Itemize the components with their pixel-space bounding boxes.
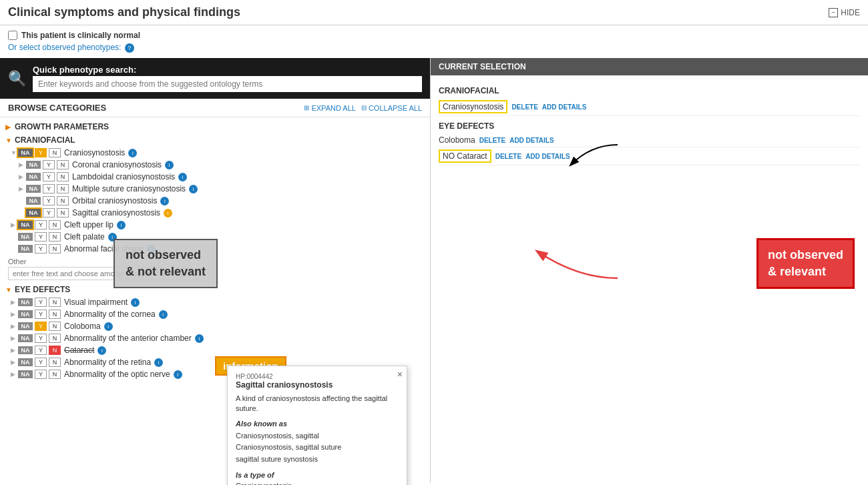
normal-checkbox[interactable] <box>8 31 17 40</box>
cornea-n-btn[interactable]: N <box>49 310 61 319</box>
optic-info-icon[interactable]: i <box>174 370 182 379</box>
visual-label: Visual impairment <box>64 298 128 307</box>
not-obs-rel-arrow <box>524 238 631 292</box>
sagittal-y-btn[interactable]: Y <box>43 208 55 217</box>
retina-info-icon[interactable]: i <box>154 358 163 367</box>
help-icon[interactable]: ? <box>125 43 134 53</box>
cleftlip-n-btn[interactable]: N <box>49 220 61 229</box>
cataract-na-btn[interactable]: NA <box>18 346 33 354</box>
coloboma-n-btn[interactable]: N <box>49 322 61 331</box>
facial-info-icon[interactable]: i <box>147 245 156 254</box>
retina-na-btn[interactable]: NA <box>18 358 33 366</box>
select-phenotypes-link[interactable]: Or select observed phenotypes: <box>8 43 121 52</box>
anterior-na-btn[interactable]: NA <box>18 334 33 342</box>
cranio-na-btn[interactable]: NA <box>18 149 33 157</box>
item-cleft-palate: NA Y N Cleft palate i <box>0 231 430 243</box>
category-craniofacial[interactable]: ▼ CRANIOFACIAL <box>0 133 430 147</box>
cranio-info-icon[interactable]: i <box>128 149 137 157</box>
sel-cataract-add-details[interactable]: ADD DETAILS <box>525 153 570 160</box>
expand-all-button[interactable]: ⊞ EXPAND ALL <box>304 104 355 112</box>
sel-cataract-name: NO Cataract <box>439 149 491 163</box>
cleftpalate-y-btn[interactable]: Y <box>35 232 47 241</box>
cataract-y-btn[interactable]: Y <box>35 346 47 355</box>
coronal-info-icon[interactable]: i <box>165 161 174 169</box>
cranio-y-btn[interactable]: Y <box>35 148 47 157</box>
retina-y-btn[interactable]: Y <box>35 358 47 367</box>
collapse-all-button[interactable]: ⊟ COLLAPSE ALL <box>361 104 422 112</box>
lambdoidal-info-icon[interactable]: i <box>178 173 187 181</box>
lambdoidal-y-btn[interactable]: Y <box>43 172 55 181</box>
page-header: Clinical symptoms and physical findings … <box>0 0 868 25</box>
sagittal-info-icon[interactable]: i <box>164 209 172 217</box>
sel-cranio-add-details[interactable]: ADD DETAILS <box>542 103 586 111</box>
cleftlip-na-btn[interactable]: NA <box>18 221 33 229</box>
retina-n-btn[interactable]: N <box>49 358 61 367</box>
item-cleft-lip: ▶ NA Y N Cleft upper lip i <box>0 219 430 231</box>
visual-n-btn[interactable]: N <box>49 298 61 307</box>
coronal-expand-icon: ▶ <box>19 161 24 168</box>
category-growth[interactable]: ▶ GROWTH PARAMETERS <box>0 120 430 133</box>
sel-coloboma-add-details[interactable]: ADD DETAILS <box>509 137 554 144</box>
orbital-label: Orbital craniosynostosis <box>72 196 157 205</box>
optic-na-btn[interactable]: NA <box>18 370 33 378</box>
sel-coloboma-delete[interactable]: DELETE <box>479 137 505 144</box>
lambdoidal-n-btn[interactable]: N <box>57 172 69 181</box>
lambdoidal-na-btn[interactable]: NA <box>26 173 41 181</box>
sel-eye-label: EYE DEFECTS <box>439 121 860 131</box>
coronal-n-btn[interactable]: N <box>57 160 69 169</box>
coronal-y-btn[interactable]: Y <box>43 160 55 169</box>
cleftlip-y-btn[interactable]: Y <box>35 220 47 229</box>
cornea-y-btn[interactable]: Y <box>35 310 47 319</box>
optic-y-btn[interactable]: Y <box>35 370 47 379</box>
cataract-label: Cataract <box>64 346 94 355</box>
other-input[interactable] <box>8 267 188 280</box>
cornea-info-icon[interactable]: i <box>159 310 168 319</box>
item-cornea: ▶ NA Y N Abnormality of the cornea i <box>0 308 430 320</box>
cleftpalate-na-btn[interactable]: NA <box>18 233 33 241</box>
cataract-n-btn[interactable]: N <box>49 346 61 355</box>
cornea-na-btn[interactable]: NA <box>18 310 33 318</box>
facial-n-btn[interactable]: N <box>49 244 61 254</box>
anterior-y-btn[interactable]: Y <box>35 334 47 343</box>
coronal-na-btn[interactable]: NA <box>26 161 41 169</box>
lambdoidal-label: Lambdoidal craniosynostosis <box>72 172 175 181</box>
craniofacial-label: CRANIOFACIAL <box>15 135 75 145</box>
orbital-na-btn[interactable]: NA <box>26 197 41 205</box>
search-input[interactable] <box>33 76 422 92</box>
cranio-n-btn[interactable]: N <box>49 148 61 157</box>
cleftpalate-info-icon[interactable]: i <box>108 233 117 241</box>
sagittal-n-btn[interactable]: N <box>57 208 69 217</box>
multiple-n-btn[interactable]: N <box>57 184 69 193</box>
hide-button[interactable]: − HIDE <box>829 8 860 17</box>
anterior-n-btn[interactable]: N <box>49 334 61 343</box>
tooltip-close-button[interactable]: × <box>397 369 403 380</box>
cleftlip-info-icon[interactable]: i <box>117 221 126 229</box>
orbital-n-btn[interactable]: N <box>57 196 69 205</box>
sagittal-na-btn[interactable]: NA <box>26 209 41 217</box>
coloboma-info-icon[interactable]: i <box>104 322 113 331</box>
coloboma-y-btn[interactable]: Y <box>35 322 47 331</box>
coloboma-na-btn[interactable]: NA <box>18 322 33 330</box>
sel-cataract-delete[interactable]: DELETE <box>495 153 521 160</box>
sel-item-craniosynostosis: Craniosynostosis DELETE ADD DETAILS <box>439 98 860 116</box>
category-eye-defects[interactable]: ▼ EYE DEFECTS <box>0 283 430 296</box>
facial-y-btn[interactable]: Y <box>35 244 47 254</box>
multiple-y-btn[interactable]: Y <box>43 184 55 193</box>
multiple-na-btn[interactable]: NA <box>26 185 41 193</box>
visual-info-icon[interactable]: i <box>131 298 140 307</box>
cleftpalate-n-btn[interactable]: N <box>49 232 61 241</box>
coloboma-label: Coloboma <box>64 322 101 331</box>
cornea-expand-icon: ▶ <box>11 311 16 318</box>
multiple-info-icon[interactable]: i <box>189 185 198 193</box>
visual-na-btn[interactable]: NA <box>18 298 33 306</box>
sel-craniofacial-label: CRANIOFACIAL <box>439 86 860 95</box>
facial-na-btn[interactable]: NA <box>18 245 33 253</box>
visual-y-btn[interactable]: Y <box>35 298 47 307</box>
sel-cranio-delete[interactable]: DELETE <box>511 103 537 111</box>
anterior-info-icon[interactable]: i <box>195 334 204 343</box>
optic-n-btn[interactable]: N <box>49 370 61 379</box>
orbital-info-icon[interactable]: i <box>160 197 169 205</box>
normal-check-row: This patient is clinically normal <box>8 31 860 40</box>
orbital-y-btn[interactable]: Y <box>43 196 55 205</box>
cataract-info-icon[interactable]: i <box>97 346 106 355</box>
